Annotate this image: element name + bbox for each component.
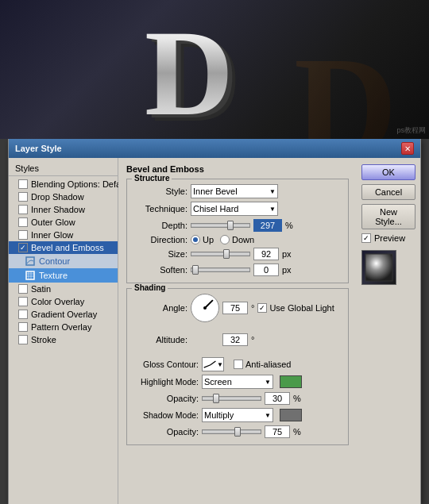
contour-arrow-icon: ▼	[217, 361, 223, 368]
highlight-opacity-slider[interactable]	[202, 396, 261, 401]
shadow-color-swatch[interactable]	[280, 409, 302, 421]
dialog-body: Styles Blending Options: Default Drop Sh…	[9, 158, 420, 504]
direction-down-label: Down	[232, 235, 254, 244]
gradient-overlay-checkbox[interactable]	[18, 310, 28, 319]
left-panel: Styles Blending Options: Default Drop Sh…	[9, 158, 118, 504]
depth-input[interactable]: 297	[253, 219, 282, 232]
sidebar-item-contour[interactable]: Contour	[9, 254, 118, 268]
shadow-opacity-thumb[interactable]	[234, 427, 241, 437]
sidebar-item-satin[interactable]: Satin	[9, 283, 118, 295]
shadow-opacity-slider[interactable]	[202, 429, 261, 434]
direction-down-radio[interactable]: Down	[220, 235, 254, 244]
shadow-opacity-label: Opacity:	[133, 427, 199, 437]
direction-up-circle[interactable]	[191, 235, 200, 244]
angle-label: Angle:	[133, 303, 187, 313]
size-input[interactable]	[253, 248, 279, 260]
sidebar-item-inner-shadow[interactable]: Inner Shadow	[9, 203, 118, 216]
sidebar-item-bevel-emboss[interactable]: Bevel and Emboss	[9, 241, 118, 254]
new-style-button[interactable]: New Style...	[361, 204, 415, 229]
stroke-checkbox[interactable]	[18, 335, 28, 344]
global-light-text: Use Global Light	[269, 303, 334, 313]
preview-checkbox[interactable]	[361, 233, 371, 243]
size-slider[interactable]	[191, 252, 250, 256]
shadow-mode-value: Multiply	[204, 410, 234, 420]
ok-button[interactable]: OK	[361, 164, 415, 180]
sidebar-item-color-overlay[interactable]: Color Overlay	[9, 295, 118, 308]
soften-slider-thumb[interactable]	[192, 265, 199, 275]
angle-degree: °	[251, 303, 254, 313]
preview-toggle[interactable]: Preview	[361, 233, 415, 243]
preview-label: Preview	[374, 233, 405, 243]
size-slider-thumb[interactable]	[223, 249, 230, 259]
direction-up-radio[interactable]: Up	[191, 235, 214, 244]
sidebar-item-gradient-overlay[interactable]: Gradient Overlay	[9, 308, 118, 321]
direction-label: Direction:	[133, 235, 187, 244]
bevel-emboss-label: Bevel and Emboss	[31, 243, 104, 252]
global-light-checkbox[interactable]	[257, 303, 267, 313]
technique-arrow-icon: ▼	[269, 206, 276, 213]
soften-label: Soften:	[133, 265, 187, 275]
stroke-label: Stroke	[31, 335, 56, 344]
global-light-label[interactable]: Use Global Light	[257, 303, 334, 313]
sidebar-item-outer-glow[interactable]: Outer Glow	[9, 216, 118, 229]
highlight-opacity-input[interactable]	[265, 392, 290, 405]
gloss-contour-preview[interactable]: ▼	[202, 357, 224, 371]
anti-aliased-checkbox[interactable]	[234, 360, 243, 369]
texture-label: Texture	[39, 271, 68, 280]
svg-text:D: D	[294, 28, 397, 139]
highlight-opacity-row: Opacity: %	[133, 392, 342, 405]
close-button[interactable]: ✕	[401, 142, 414, 155]
sidebar-item-stroke[interactable]: Stroke	[9, 333, 118, 346]
dialog-titlebar: Layer Style ✕	[9, 139, 420, 158]
blending-options-label: Blending Options: Default	[31, 179, 130, 189]
shadow-opacity-input[interactable]	[265, 425, 290, 438]
anti-aliased-label[interactable]: Anti-aliased	[234, 360, 291, 369]
highlight-opacity-thumb[interactable]	[213, 394, 219, 403]
technique-value: Chisel Hard	[193, 204, 238, 214]
angle-dial[interactable]	[191, 294, 219, 322]
sidebar-item-drop-shadow[interactable]: Drop Shadow	[9, 190, 118, 203]
altitude-degree: °	[251, 335, 254, 344]
soften-slider[interactable]	[191, 267, 250, 272]
shadow-opacity-row: Opacity: %	[133, 425, 342, 438]
drop-shadow-checkbox[interactable]	[18, 192, 28, 202]
highlight-mode-select[interactable]: Screen ▼	[202, 375, 273, 389]
inner-shadow-checkbox[interactable]	[18, 205, 28, 214]
contour-label: Contour	[39, 256, 70, 266]
depth-slider[interactable]	[191, 223, 250, 228]
inner-glow-label: Inner Glow	[31, 230, 73, 240]
soften-row: Soften: px	[133, 264, 342, 276]
svg-text:D: D	[145, 5, 234, 134]
depth-slider-thumb[interactable]	[227, 221, 234, 230]
technique-row: Technique: Chisel Hard ▼	[133, 202, 342, 216]
shadow-mode-label: Shadow Mode:	[133, 410, 199, 420]
satin-checkbox[interactable]	[18, 284, 28, 294]
angle-center-dot	[203, 306, 207, 310]
sidebar-item-inner-glow[interactable]: Inner Glow	[9, 229, 118, 241]
sidebar-item-texture[interactable]: Texture	[9, 268, 118, 283]
sidebar-item-pattern-overlay[interactable]: Pattern Overlay	[9, 321, 118, 333]
gradient-overlay-label: Gradient Overlay	[31, 310, 97, 319]
svg-rect-10	[365, 254, 392, 281]
soften-input[interactable]	[253, 264, 279, 276]
highlight-color-swatch[interactable]	[280, 375, 302, 388]
inner-glow-checkbox[interactable]	[18, 230, 28, 240]
cancel-button[interactable]: Cancel	[361, 184, 415, 200]
altitude-input[interactable]	[222, 333, 248, 346]
angle-input[interactable]	[222, 302, 248, 314]
style-select[interactable]: Inner Bevel ▼	[191, 184, 278, 198]
outer-glow-checkbox[interactable]	[18, 217, 28, 227]
shadow-mode-select[interactable]: Multiply ▼	[202, 408, 273, 422]
blending-options-checkbox[interactable]	[18, 179, 28, 189]
size-unit: px	[282, 249, 292, 259]
color-overlay-checkbox[interactable]	[18, 297, 28, 306]
pattern-overlay-checkbox[interactable]	[18, 322, 28, 332]
highlight-mode-arrow-icon: ▼	[265, 379, 271, 386]
shading-label: Shading	[132, 283, 168, 292]
highlight-mode-row: Highlight Mode: Screen ▼	[133, 375, 342, 389]
bevel-emboss-checkbox[interactable]	[18, 243, 28, 252]
technique-select[interactable]: Chisel Hard ▼	[191, 202, 278, 216]
direction-down-circle[interactable]	[220, 235, 230, 244]
sidebar-item-blending-options[interactable]: Blending Options: Default	[9, 178, 118, 190]
inner-shadow-label: Inner Shadow	[31, 205, 85, 214]
